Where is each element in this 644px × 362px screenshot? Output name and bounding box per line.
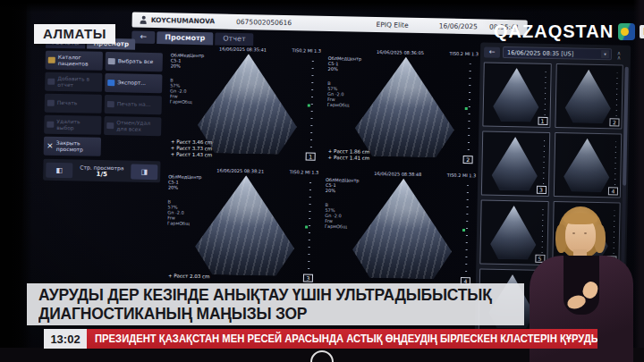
tis-mi-readout: TIS0.2 MI 1.3	[447, 173, 477, 179]
headline-line-2: ДИАГНОСТИКАНЫҢ МАҢЫЗЫ ЗОР	[38, 305, 510, 324]
headline-line-1: АУРУДЫ ДЕР КЕЗІНДЕ АНЫҚТАУ ҮШІН УЛЬТРАДЫ…	[38, 286, 510, 305]
pager-next-button[interactable]: ◨	[131, 164, 157, 180]
thumb-fan	[564, 69, 614, 123]
ultrasound-image-grid: 16/06/2025 08:35:41 TIS0.2 MI 1.3 ОблМед…	[162, 41, 482, 316]
mode-annotations: B 57% Gn -2.0 Frw ГармОбщ	[170, 77, 192, 104]
interpreter-face	[565, 216, 596, 253]
probe-info: ОблМедЦентр C5-1 20%	[326, 177, 360, 194]
thumb-fan	[490, 137, 540, 191]
thumbnail-3[interactable]: 3	[481, 130, 550, 197]
exam-date: 16/06/2025	[439, 21, 478, 30]
thumbnail-2[interactable]: 2	[555, 63, 623, 130]
button-label: Каталог пациентов	[58, 55, 100, 67]
button-label: Добавить в отчет	[57, 76, 99, 88]
news-headline-band: АУРУДЫ ДЕР КЕЗІНДЕ АНЫҚТАУ ҮШІН УЛЬТРАДЫ…	[27, 283, 524, 325]
button-label: Печать на...	[117, 101, 151, 107]
thumb-ruler	[544, 72, 546, 120]
remove-selection-button[interactable]: Удалить выбор	[44, 115, 101, 135]
chevron-down-icon: ▾	[601, 50, 609, 58]
image-timestamp: 16/06/2025 08:38:21	[216, 167, 264, 173]
image-number-badge: 3	[303, 274, 313, 282]
ultrasound-image-4[interactable]: 16/06/2025 08:38:48 TIS0.2 MI 1.3 ОблМед…	[320, 166, 480, 291]
exam-date-dropdown[interactable]: 16/06/2025 08:35 [US] ▾	[503, 46, 612, 60]
pager-label: Стр. просмотра	[75, 164, 128, 171]
printer-to-icon	[107, 101, 114, 107]
broadcast-clock: 13:02	[44, 329, 87, 349]
patient-name: KOYCHUMANOVA	[151, 16, 216, 25]
button-label: Экспорт...	[117, 80, 146, 86]
print-to-button[interactable]: Печать на...	[105, 95, 162, 114]
pager-status: Стр. просмотра 1/5	[75, 164, 128, 178]
tools-button-grid: Каталог пациентов Выбрать все Добавить в…	[44, 51, 165, 158]
patient-catalog-button[interactable]: Каталог пациентов	[46, 51, 103, 71]
button-label: Печать	[57, 100, 78, 106]
probe-info: ОблМедЦентр C5-1 20%	[328, 55, 362, 72]
mode-annotations: B 57% Gn -2.0 Frw ГармОбщ	[327, 80, 350, 107]
image-number-badge: 1	[306, 152, 316, 160]
cancel-all-icon	[106, 122, 114, 129]
ultrasound-fan-image	[191, 174, 299, 276]
image-timestamp: 16/06/2025 08:35:41	[219, 46, 267, 53]
news-ticker-bar: ПРЕЗИДЕНТ ҚАЗАҚСТАН МЕН РЕСЕЙ АРАСЫНДА А…	[87, 329, 597, 349]
print-button[interactable]: Печать	[45, 94, 102, 114]
probe-info: ОблМедЦентр C5-1 20%	[168, 173, 202, 190]
channel-logo: QAZAQSTAN HD	[494, 21, 644, 42]
channel-name: QAZAQSTAN	[494, 21, 614, 42]
thumb-number-badge: 3	[536, 186, 546, 194]
thumb-number-badge: 2	[609, 118, 619, 126]
thumbnail-4[interactable]: 4	[553, 132, 622, 198]
dropdown-value: 16/06/2025 08:35 [US]	[507, 48, 573, 56]
folder-icon	[48, 57, 55, 63]
measurement-readouts: + Расст 1.86 cm + Расст 1.41 cm	[328, 148, 370, 162]
export-button[interactable]: Экспорт...	[105, 73, 162, 93]
device-name: EPIQ Elite	[376, 21, 408, 29]
depth-ruler	[468, 63, 471, 155]
ultrasound-image-1[interactable]: 16/06/2025 08:35:41 TIS0.2 MI 1.3 ОблМед…	[165, 41, 325, 166]
patient-icon	[140, 16, 147, 24]
ultrasound-image-2[interactable]: 16/06/2025 08:36:05 TIS0.2 MI 1.3 ОблМед…	[322, 45, 482, 170]
measurement-readouts: + Расст 3.46 cm + Расст 3.73 cm + Расст …	[171, 139, 213, 158]
probe-info: ОблМедЦентр C5-1 20%	[171, 52, 205, 69]
button-label: Закрыть просмотр	[56, 140, 98, 153]
remove-selection-icon	[47, 122, 54, 128]
tis-mi-readout: TIS0.2 MI 1.3	[292, 47, 321, 54]
patient-id: 0675002050616	[236, 18, 292, 27]
collapse-chevrons-icon[interactable]: ∧ ∧	[614, 50, 623, 59]
thumb-number-badge: 4	[608, 187, 618, 195]
hd-badge: HD	[640, 25, 644, 38]
image-timestamp: 16/06/2025 08:36:05	[377, 49, 424, 55]
thumb-number-badge: 1	[538, 117, 547, 125]
thumb-ruler	[614, 141, 616, 189]
image-number-badge: 2	[463, 156, 473, 164]
thumb-ruler	[616, 72, 618, 121]
tv-broadcast-frame: KOYCHUMANOVA 0675002050616 EPIQ Elite 16…	[0, 0, 644, 362]
qazaqstan-logo-icon	[618, 23, 635, 40]
add-to-report-button[interactable]: Добавить в отчет	[45, 72, 102, 92]
printer-icon	[47, 100, 55, 106]
ultrasound-fan-image	[349, 178, 456, 280]
export-icon	[107, 80, 114, 86]
select-all-button[interactable]: Выбрать все	[106, 52, 163, 72]
thumb-ruler	[542, 140, 544, 189]
select-all-icon	[108, 58, 115, 64]
mode-annotations: B 57% Gn -2.0 Frw ГармОбщ	[325, 202, 347, 229]
ticker-text: ПРЕЗИДЕНТ ҚАЗАҚСТАН МЕН РЕСЕЙ АРАСЫНДА А…	[95, 333, 597, 345]
close-icon: ×	[47, 143, 54, 149]
image-timestamp: 16/06/2025 08:38:48	[374, 171, 421, 177]
measurement-readouts: + Расст 2.03 cm	[168, 273, 210, 280]
depth-ruler	[310, 61, 314, 152]
button-label: Выбрать все	[118, 59, 154, 65]
ultrasound-image-3[interactable]: 16/06/2025 08:38:21 TIS0.2 MI 1.3 ОблМед…	[163, 163, 323, 288]
add-report-icon	[47, 79, 55, 85]
back-arrow-icon[interactable]: ←	[484, 46, 500, 57]
button-label: Удалить выбор	[56, 119, 98, 131]
cancel-all-button[interactable]: Отмен/Удал для всех	[104, 116, 161, 136]
location-tag: АЛМАТЫ	[34, 24, 115, 44]
tis-mi-readout: TIS0.2 MI 1.3	[449, 51, 479, 57]
close-view-button[interactable]: ×Закрыть просмотр	[44, 137, 101, 156]
pager-prev-button[interactable]: ◧	[46, 162, 72, 178]
depth-ruler	[465, 185, 469, 276]
thumbnail-panel-header: ← 16/06/2025 08:35 [US] ▾ ∧ ∧	[484, 46, 623, 60]
thumbnail-1[interactable]: 1	[482, 62, 551, 128]
ultrasound-fan-image	[352, 56, 459, 158]
